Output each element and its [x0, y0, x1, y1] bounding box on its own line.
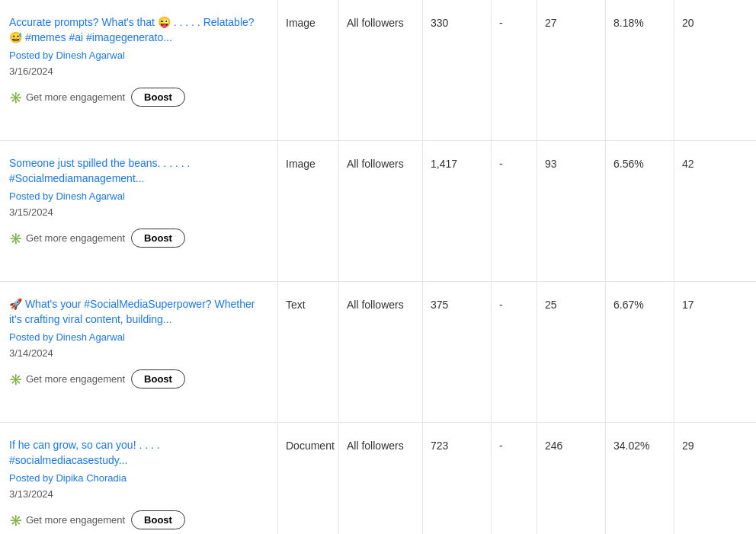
post-audience-1: All followers [339, 0, 423, 140]
posts-table: Accurate prompts? What's that 😜 . . . . … [0, 0, 756, 534]
post-cell-1: Accurate prompts? What's that 😜 . . . . … [0, 0, 278, 140]
post-dash-1: - [492, 0, 537, 140]
engage-label-4: ✳️ Get more engagement [9, 514, 125, 526]
post-dash-2: - [492, 141, 537, 281]
sparkle-icon: ✳️ [9, 514, 22, 526]
table-row: Accurate prompts? What's that 😜 . . . . … [0, 0, 756, 141]
engage-text-4: Get more engagement [26, 514, 125, 526]
post-dash-3: - [492, 282, 537, 422]
post-clicks-3: 25 [537, 282, 606, 422]
boost-row-3: ✳️ Get more engagement Boost [9, 369, 265, 389]
post-clicks-1: 27 [537, 0, 606, 140]
post-ctr-1: 8.18% [606, 0, 674, 140]
table-row: Someone just spilled the beans. . . . . … [0, 141, 756, 282]
engage-text-3: Get more engagement [26, 373, 125, 385]
sparkle-icon: ✳️ [9, 232, 22, 245]
post-likes-4: 29 [674, 423, 735, 534]
posted-by-label: Posted by [9, 50, 56, 61]
post-type-3: Text [278, 282, 339, 422]
post-audience-4: All followers [339, 423, 423, 534]
post-date-1: 3/16/2024 [9, 66, 265, 77]
post-cell-3: 🚀 What's your #SocialMediaSuperpower? Wh… [0, 282, 278, 422]
posted-by-label: Posted by [9, 472, 56, 484]
table-row: If he can grow, so can you! . . . . #soc… [0, 423, 756, 534]
sparkle-icon: ✳️ [9, 373, 22, 385]
posted-by-label: Posted by [9, 190, 56, 202]
post-reach-3: 375 [423, 282, 492, 422]
boost-button-3[interactable]: Boost [131, 369, 185, 389]
post-dash-4: - [492, 423, 537, 534]
post-reach-2: 1,417 [423, 141, 492, 281]
post-title-4[interactable]: If he can grow, so can you! . . . . #soc… [9, 438, 265, 468]
posted-by-label: Posted by [9, 331, 56, 343]
post-date-3: 3/14/2024 [9, 347, 265, 359]
post-meta-1: Posted by Dinesh Agarwal [9, 50, 265, 61]
post-type-4: Document [278, 423, 339, 534]
boost-button-4[interactable]: Boost [131, 510, 185, 529]
post-clicks-2: 93 [537, 141, 606, 281]
post-reach-4: 723 [423, 423, 492, 534]
boost-button-1[interactable]: Boost [131, 88, 185, 107]
post-ctr-4: 34.02% [606, 423, 674, 534]
post-title-1[interactable]: Accurate prompts? What's that 😜 . . . . … [9, 15, 265, 45]
engage-text-1: Get more engagement [26, 91, 125, 103]
post-cell-2: Someone just spilled the beans. . . . . … [0, 141, 278, 281]
post-ctr-3: 6.67% [606, 282, 674, 422]
post-meta-3: Posted by Dinesh Agarwal [9, 331, 265, 343]
post-title-2[interactable]: Someone just spilled the beans. . . . . … [9, 156, 265, 186]
post-likes-1: 20 [674, 0, 735, 140]
post-meta-4: Posted by Dipika Choradia [9, 472, 265, 484]
engage-label-2: ✳️ Get more engagement [9, 232, 125, 245]
post-author-2[interactable]: Dinesh Agarwal [56, 190, 124, 202]
sparkle-icon: ✳️ [9, 91, 22, 104]
post-meta-2: Posted by Dinesh Agarwal [9, 190, 265, 202]
boost-row-4: ✳️ Get more engagement Boost [9, 510, 265, 529]
post-likes-3: 17 [674, 282, 735, 422]
post-clicks-4: 246 [537, 423, 606, 534]
boost-row-2: ✳️ Get more engagement Boost [9, 229, 265, 248]
post-author-3[interactable]: Dinesh Agarwal [56, 331, 124, 343]
engage-label-1: ✳️ Get more engagement [9, 91, 125, 104]
post-audience-3: All followers [339, 282, 423, 422]
engage-label-3: ✳️ Get more engagement [9, 373, 125, 385]
post-type-2: Image [278, 141, 339, 281]
post-date-2: 3/15/2024 [9, 206, 265, 218]
boost-button-2[interactable]: Boost [131, 229, 185, 248]
boost-row-1: ✳️ Get more engagement Boost [9, 88, 265, 107]
post-author-4[interactable]: Dipika Choradia [56, 472, 127, 484]
post-title-3[interactable]: 🚀 What's your #SocialMediaSuperpower? Wh… [9, 297, 265, 327]
post-audience-2: All followers [339, 141, 423, 281]
post-type-1: Image [278, 0, 339, 140]
post-author-1[interactable]: Dinesh Agarwal [56, 50, 124, 61]
table-row: 🚀 What's your #SocialMediaSuperpower? Wh… [0, 282, 756, 423]
post-reach-1: 330 [423, 0, 492, 140]
engage-text-2: Get more engagement [26, 232, 125, 244]
post-ctr-2: 6.56% [606, 141, 674, 281]
post-date-4: 3/13/2024 [9, 488, 265, 500]
post-cell-4: If he can grow, so can you! . . . . #soc… [0, 423, 278, 534]
post-likes-2: 42 [674, 141, 735, 281]
